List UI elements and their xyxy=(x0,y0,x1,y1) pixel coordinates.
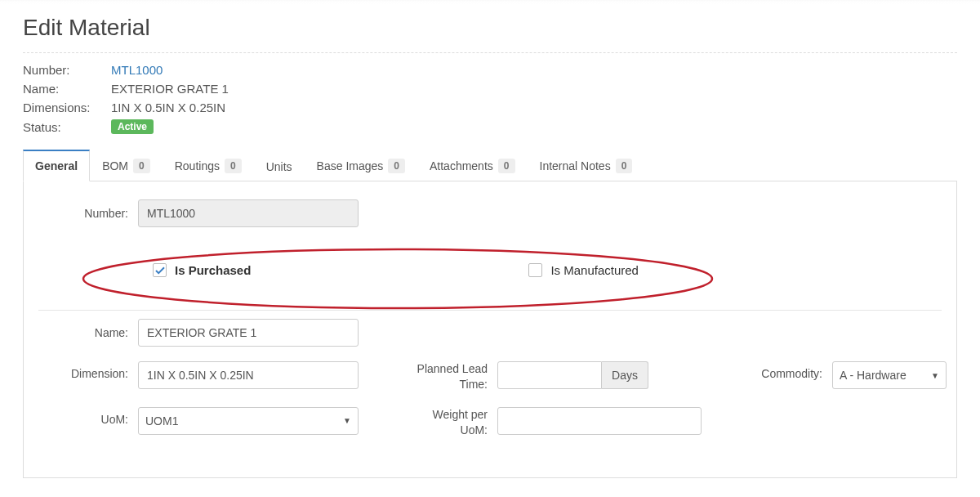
tab-bom[interactable]: BOM 0 xyxy=(90,150,163,181)
tab-attachments[interactable]: Attachments 0 xyxy=(417,150,528,181)
tab-general-label: General xyxy=(35,159,78,172)
tab-internal-notes[interactable]: Internal Notes 0 xyxy=(528,150,645,181)
name-row: Name: xyxy=(38,319,942,347)
uom-label: UoM: xyxy=(38,407,128,426)
number-input[interactable] xyxy=(138,199,359,227)
tab-attachments-label: Attachments xyxy=(430,159,493,172)
checks-inner: Is Purchased Is Manufactured xyxy=(38,263,942,277)
summary-dimensions-value: 1IN X 0.5IN X 0.25IN xyxy=(111,101,225,114)
summary-number-row: Number: MTL1000 xyxy=(23,63,957,77)
is-purchased-checkbox[interactable] xyxy=(153,263,167,277)
summary-dimensions-label: Dimensions: xyxy=(23,101,111,114)
title-divider xyxy=(23,52,957,53)
tab-internal-notes-label: Internal Notes xyxy=(540,159,611,172)
purchase-manufacture-row: Is Purchased Is Manufactured xyxy=(38,242,942,311)
summary-block: Number: MTL1000 Name: EXTERIOR GRATE 1 D… xyxy=(23,63,957,134)
check-icon xyxy=(155,266,165,275)
tab-units[interactable]: Units xyxy=(254,151,305,181)
dimension-label: Dimension: xyxy=(38,361,128,380)
planned-lead-time-label: Planned Lead Time: xyxy=(414,361,488,392)
tab-attachments-count: 0 xyxy=(498,159,515,173)
general-form: Number: Is Purchased xyxy=(23,181,957,478)
summary-dimensions-row: Dimensions: 1IN X 0.5IN X 0.25IN xyxy=(23,101,957,114)
status-badge: Active xyxy=(111,119,154,134)
is-manufactured-label: Is Manufactured xyxy=(550,263,639,277)
uom-row: UoM: UOM1 ▼ Weight per UoM: xyxy=(38,407,942,438)
commodity-label: Commodity: xyxy=(741,361,822,380)
dimension-input[interactable] xyxy=(138,361,359,389)
summary-name-label: Name: xyxy=(23,82,111,96)
tab-internal-notes-count: 0 xyxy=(616,159,633,173)
page-title: Edit Material xyxy=(23,15,957,46)
dimension-row: Dimension: Planned Lead Time: Days Commo… xyxy=(38,361,942,392)
tab-base-images-label: Base Images xyxy=(317,159,384,172)
is-purchased-label: Is Purchased xyxy=(175,263,251,277)
commodity-select[interactable]: A - Hardware ▼ xyxy=(832,361,947,389)
weight-per-uom-label: Weight per UoM: xyxy=(414,407,488,438)
summary-name-row: Name: EXTERIOR GRATE 1 xyxy=(23,82,957,96)
tab-routings-count: 0 xyxy=(225,159,242,173)
tab-routings-label: Routings xyxy=(175,159,220,172)
chevron-down-icon: ▼ xyxy=(343,416,351,425)
is-purchased-checkbox-wrapper[interactable]: Is Purchased xyxy=(153,263,251,277)
tab-base-images[interactable]: Base Images 0 xyxy=(305,150,417,181)
is-manufactured-checkbox-wrapper[interactable]: Is Manufactured xyxy=(528,263,639,277)
tab-units-label: Units xyxy=(266,160,292,173)
summary-number-label: Number: xyxy=(23,63,111,77)
tab-routings[interactable]: Routings 0 xyxy=(163,150,254,181)
planned-lead-time-group: Days xyxy=(497,361,648,389)
summary-status-row: Status: Active xyxy=(23,119,957,134)
svg-point-0 xyxy=(83,249,712,308)
number-row: Number: xyxy=(38,199,942,227)
tab-bom-count: 0 xyxy=(133,159,150,173)
chevron-down-icon: ▼ xyxy=(931,371,939,380)
tab-general[interactable]: General xyxy=(23,150,90,181)
annotation-ellipse xyxy=(75,246,720,311)
planned-lead-time-unit: Days xyxy=(602,361,648,389)
name-input[interactable] xyxy=(138,319,359,347)
weight-per-uom-input[interactable] xyxy=(497,407,702,435)
summary-name-value: EXTERIOR GRATE 1 xyxy=(111,82,229,96)
tabs-bar: General BOM 0 Routings 0 Units Base Imag… xyxy=(23,149,957,181)
name-label: Name: xyxy=(38,326,128,339)
tab-bom-label: BOM xyxy=(102,159,128,172)
planned-lead-time-input[interactable] xyxy=(497,361,602,389)
edit-material-page: Edit Material Number: MTL1000 Name: EXTE… xyxy=(0,0,980,497)
number-label: Number: xyxy=(38,207,128,220)
tab-base-images-count: 0 xyxy=(388,159,405,173)
summary-status-label: Status: xyxy=(23,120,111,134)
is-manufactured-checkbox[interactable] xyxy=(528,263,542,277)
summary-number-link[interactable]: MTL1000 xyxy=(111,63,163,77)
commodity-value: A - Hardware xyxy=(840,369,906,382)
uom-value: UOM1 xyxy=(145,414,178,428)
uom-select[interactable]: UOM1 ▼ xyxy=(138,407,359,435)
